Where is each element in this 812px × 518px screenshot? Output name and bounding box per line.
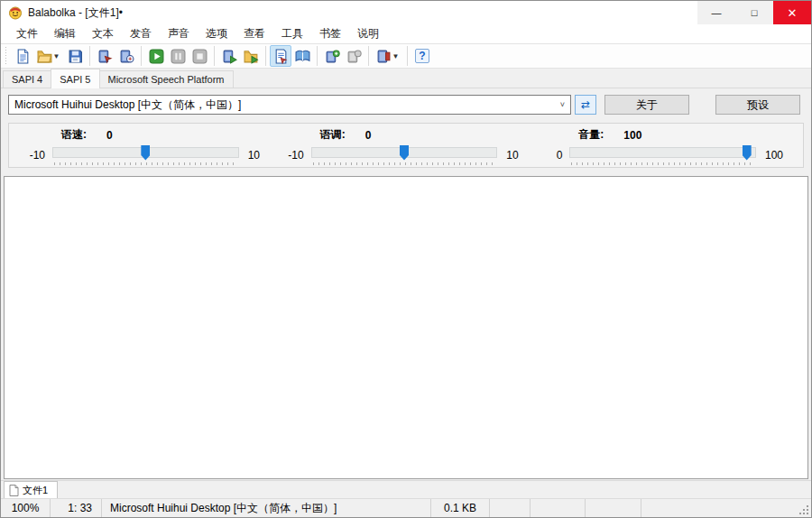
presets-button[interactable]: 预设 (715, 95, 800, 115)
play-icon (149, 49, 164, 64)
pitch-slider-thumb[interactable] (400, 145, 409, 161)
dictionary-button[interactable] (291, 45, 313, 67)
speed-slider-ticks (54, 162, 237, 165)
voice-select[interactable]: Microsoft Huihui Desktop [中文（简体，中国）] ˅ (8, 95, 571, 115)
window-controls: — □ ✕ (697, 1, 811, 24)
dictionary-icon (295, 49, 310, 64)
new-document-button[interactable] (12, 45, 33, 67)
status-empty-cell (490, 499, 531, 517)
open-dropdown-arrow-icon[interactable]: ▼ (52, 52, 61, 60)
document-icon (9, 485, 19, 496)
read-file-aloud-button[interactable] (218, 45, 240, 67)
volume-slider-track[interactable] (569, 147, 756, 158)
edit-dictionary-button[interactable] (343, 45, 364, 67)
menu-item-help[interactable]: 说明 (349, 24, 387, 43)
toolbar-separator (407, 46, 408, 66)
menu-item-bookmarks[interactable]: 书签 (311, 24, 349, 43)
volume-slider-thumb[interactable] (743, 145, 752, 161)
volume-slider-row: 0 100 (542, 143, 787, 167)
menu-item-tools[interactable]: 工具 (273, 24, 311, 43)
toolbar-separator (265, 46, 266, 66)
batch-conversion-button[interactable] (240, 45, 262, 67)
speed-slider-block: 语速: 0 -10 10 (18, 127, 277, 167)
menu-item-pronunciation[interactable]: 发音 (122, 24, 160, 43)
toolbar-separator (214, 46, 215, 66)
pitch-slider-row: -10 10 (284, 143, 529, 167)
voice-row: Microsoft Huihui Desktop [中文（简体，中国）] ˅ ⇄… (8, 95, 804, 115)
clipboard-monitor-icon (273, 49, 289, 64)
volume-slider-ticks (571, 162, 754, 165)
speed-slider-thumb[interactable] (141, 145, 150, 161)
title-bar: Balabolka - [文件1]• — □ ✕ (1, 1, 811, 24)
app-icon (8, 5, 23, 20)
speed-min-label: -10 (25, 149, 52, 162)
pause-icon (171, 49, 186, 64)
speed-slider[interactable] (52, 145, 239, 165)
save-icon (68, 49, 83, 64)
volume-label-row: 音量: 100 (542, 127, 787, 143)
save-audio-file-button[interactable] (94, 45, 115, 67)
pitch-min-label: -10 (284, 149, 311, 162)
save-button[interactable] (64, 45, 86, 67)
menu-item-view[interactable]: 查看 (235, 24, 273, 43)
toolbar-grip[interactable] (5, 47, 8, 65)
refresh-voices-button[interactable]: ⇄ (575, 95, 596, 115)
speed-label-row: 语速: 0 (25, 127, 270, 143)
menu-bar: 文件 编辑 文本 发音 声音 选项 查看 工具 书签 说明 (1, 24, 811, 43)
menu-item-options[interactable]: 选项 (198, 24, 235, 43)
save-audio-file-icon (97, 49, 113, 64)
pitch-label: 语调: (320, 127, 346, 143)
stop-icon (192, 49, 208, 64)
editor-area (1, 175, 811, 480)
pitch-slider[interactable] (311, 145, 498, 165)
refresh-icon: ⇄ (581, 98, 590, 111)
clipboard-monitor-button[interactable] (270, 45, 291, 67)
toolbar-separator (368, 46, 369, 66)
close-button[interactable]: ✕ (773, 1, 811, 24)
status-size: 0.1 KB (431, 499, 490, 517)
tab-microsoft-speech-platform[interactable]: Microsoft Speech Platform (99, 70, 234, 88)
stop-button[interactable] (189, 45, 210, 67)
minimize-button[interactable]: — (697, 1, 735, 24)
help-button[interactable]: ? (411, 45, 433, 67)
about-voice-button[interactable]: 关于 (604, 95, 689, 115)
batch-conversion-icon (244, 49, 259, 64)
bookmark-dropdown-arrow-icon[interactable]: ▼ (392, 52, 401, 60)
balabolka-window: Balabolka - [文件1]• — □ ✕ 文件 编辑 文本 发音 声音 … (0, 0, 812, 518)
convert-text-to-audio-icon (119, 49, 134, 64)
play-button[interactable] (145, 45, 167, 67)
convert-text-to-audio-button[interactable] (115, 45, 137, 67)
add-dictionary-button[interactable] (321, 45, 343, 67)
menu-item-text[interactable]: 文本 (84, 24, 122, 43)
speed-max-label: 10 (239, 149, 270, 162)
status-voice: Microsoft Huihui Desktop [中文（简体，中国）] (102, 499, 431, 517)
status-bar: 100% 1: 33 Microsoft Huihui Desktop [中文（… (1, 498, 811, 517)
voice-parameters-group: 语速: 0 -10 10 语调: 0 (8, 123, 804, 168)
tab-sapi5[interactable]: SAPI 5 (51, 69, 99, 88)
open-file-button[interactable]: ▼ (33, 45, 64, 67)
volume-slider[interactable] (569, 145, 756, 165)
status-caret-position: 1: 33 (51, 499, 102, 517)
resize-grip[interactable] (798, 504, 809, 515)
tab-sapi4[interactable]: SAPI 4 (3, 70, 51, 88)
status-empty-cell (641, 499, 811, 517)
toolbar-separator (141, 46, 142, 66)
menu-item-file[interactable]: 文件 (8, 24, 46, 43)
voice-panel: Microsoft Huihui Desktop [中文（简体，中国）] ˅ ⇄… (1, 88, 811, 175)
new-document-icon (15, 49, 31, 64)
help-icon: ? (415, 49, 429, 63)
voice-select-value: Microsoft Huihui Desktop [中文（简体，中国）] (14, 97, 558, 113)
edit-dictionary-icon (346, 49, 362, 64)
pitch-label-row: 语调: 0 (284, 127, 529, 143)
document-tab[interactable]: 文件1 (4, 481, 58, 498)
maximize-button[interactable]: □ (735, 1, 773, 24)
pitch-slider-block: 语调: 0 -10 10 (277, 127, 536, 167)
text-editor[interactable] (4, 176, 808, 479)
menu-item-edit[interactable]: 编辑 (46, 24, 84, 43)
menu-item-audio[interactable]: 声音 (160, 24, 198, 43)
read-file-aloud-icon (222, 49, 237, 64)
bookmark-button[interactable]: ▼ (373, 45, 403, 67)
chevron-down-icon[interactable]: ˅ (558, 100, 567, 109)
pause-button[interactable] (167, 45, 189, 67)
volume-value: 100 (623, 129, 641, 142)
